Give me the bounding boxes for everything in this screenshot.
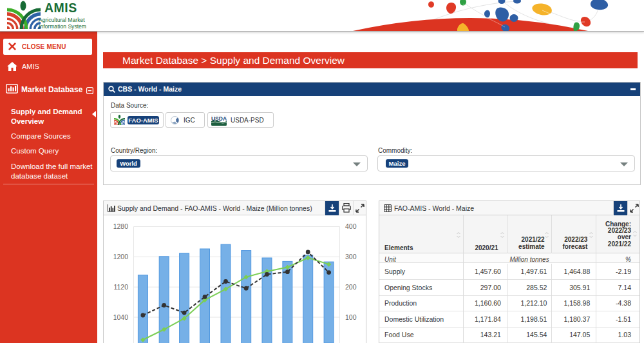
svg-text:1120: 1120 <box>113 283 128 291</box>
svg-text:400: 400 <box>345 222 357 230</box>
svg-text:Information System: Information System <box>39 23 86 30</box>
svg-text:1200: 1200 <box>113 253 129 260</box>
svg-text:AMIS: AMIS <box>44 1 77 15</box>
svg-text:200: 200 <box>345 283 357 291</box>
svg-text:1040: 1040 <box>113 313 129 321</box>
svg-text:100: 100 <box>345 313 357 321</box>
svg-text:300: 300 <box>345 253 357 260</box>
svg-text:Agricultural Market: Agricultural Market <box>39 17 85 23</box>
svg-text:1280: 1280 <box>113 222 129 230</box>
